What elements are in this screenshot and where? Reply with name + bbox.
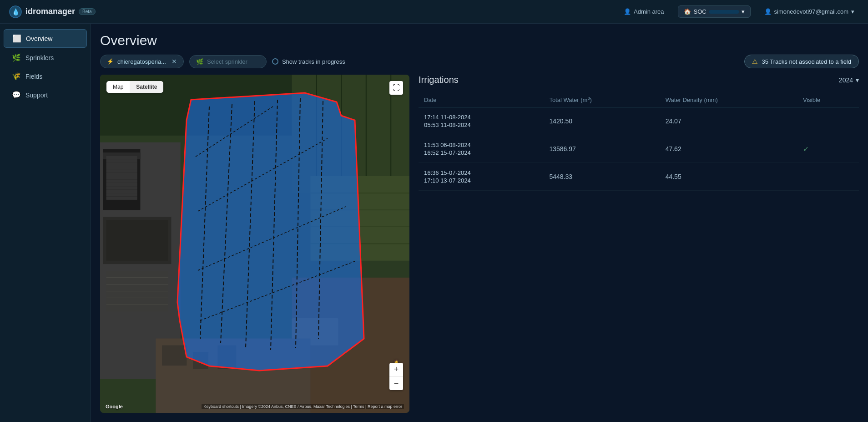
map-expand-button[interactable]: ⛶ [389,81,403,95]
irrigations-title: Irrigations [419,75,459,85]
sidebar-label-fields: Fields [25,73,42,80]
user-menu-button[interactable]: 👤 simonedevoti97@gmail.com ▾ [760,6,859,17]
soc-home-icon: 🏠 [684,8,691,15]
svg-rect-28 [106,183,137,186]
sidebar-item-sprinklers[interactable]: 🌿 Sprinklers [4,49,87,66]
irrigation-visible: ✓ [797,135,859,163]
svg-rect-34 [106,220,168,260]
satellite-view [100,75,409,413]
date-start: 17:14 11-08-2024 [424,114,538,121]
map-background: Map Satellite ⛶ 🧍 + − [100,75,409,413]
table-header-row: Date Total Water (m3) Water Density (mm)… [419,92,859,107]
irrigation-water-density: 44.55 [660,163,797,191]
toolbar: ⚡ chieregatosperia... ✕ 🌿 Select sprinkl… [100,55,859,68]
svg-rect-31 [106,193,137,196]
col-visible: Visible [797,92,859,107]
col-date: Date [419,92,544,107]
sidebar-label-support: Support [25,92,48,99]
svg-rect-25 [106,173,137,176]
date-range: 17:14 11-08-2024 05:53 11-08-2024 [424,114,538,128]
admin-label: Admin area [634,8,664,15]
map-view-satellite-button[interactable]: Satellite [130,81,163,93]
soc-dropdown[interactable]: 🏠 SOC ▾ [678,5,751,18]
user-icon: 👤 [764,8,772,15]
year-dropdown[interactable]: 2024 ▾ [839,76,859,84]
date-start: 16:36 15-07-2024 [424,169,538,176]
svg-rect-20 [106,156,137,159]
field-filter-icon: ⚡ [107,58,114,65]
year-dropdown-arrow: ▾ [856,76,859,84]
table-row: 17:14 11-08-2024 05:53 11-08-2024 1420.5… [419,107,859,135]
sidebar-item-support[interactable]: 💬 Support [4,86,87,104]
table-row: 16:36 15-07-2024 17:10 13-07-2024 5448.3… [419,163,859,191]
show-tracks-label: Show tracks in progress [282,58,345,65]
sprinkler-placeholder: Select sprinkler [207,58,247,65]
map-view-map-button[interactable]: Map [106,81,130,93]
nav-right: 👤 Admin area 🏠 SOC ▾ 👤 simonedevoti97@gm… [619,5,859,18]
overview-icon: ⬜ [12,34,21,43]
svg-rect-21 [106,159,137,163]
toggle-indicator [272,58,278,65]
soc-dropdown-arrow: ▾ [742,8,745,15]
irrigation-date-cell: 11:53 06-08-2024 16:52 15-07-2024 [419,135,544,163]
irrigations-header: Irrigations 2024 ▾ [419,75,859,85]
svg-rect-29 [106,186,137,189]
map-zoom-out-button[interactable]: − [389,376,403,390]
admin-area-button[interactable]: 👤 Admin area [619,6,668,17]
topnav: 💧 idromanager Beta 👤 Admin area 🏠 SOC ▾ … [0,0,868,24]
irrigations-table: Date Total Water (m3) Water Density (mm)… [419,92,859,191]
map-view-buttons: Map Satellite [106,81,163,93]
logo-icon: 💧 [9,5,22,18]
beta-badge: Beta [79,8,96,15]
user-email: simonedevoti97@gmail.com [774,8,849,15]
irrigations-panel: Irrigations 2024 ▾ Date Total Water (m3)… [419,75,859,413]
irrigation-date-cell: 17:14 11-08-2024 05:53 11-08-2024 [419,107,544,135]
soc-value-bar [709,10,739,14]
tracks-warning-button[interactable]: ⚠ 35 Tracks not associated to a field [744,55,859,68]
sprinklers-icon: 🌿 [12,53,21,62]
map-panel-row: Map Satellite ⛶ 🧍 + − [100,75,859,413]
svg-rect-26 [106,176,137,179]
sidebar-item-overview[interactable]: ⬜ Overview [4,29,87,48]
sidebar-item-fields[interactable]: 🌾 Fields [4,67,87,85]
svg-rect-27 [106,179,137,183]
col-water-density: Water Density (mm) [660,92,797,107]
irrigation-water-density: 47.62 [660,135,797,163]
sprinkler-select[interactable]: 🌿 Select sprinkler [189,55,267,68]
map-container[interactable]: Map Satellite ⛶ 🧍 + − [100,75,409,413]
main-layout: ⬜ Overview 🌿 Sprinklers 🌾 Fields 💬 Suppo… [0,24,868,422]
visible-checkmark: ✓ [803,145,809,153]
sidebar: ⬜ Overview 🌿 Sprinklers 🌾 Fields 💬 Suppo… [0,24,91,422]
warning-icon: ⚠ [752,58,758,65]
irrigation-total-water: 13586.97 [544,135,660,163]
year-label: 2024 [839,76,853,84]
svg-rect-24 [106,169,137,173]
svg-rect-30 [106,190,137,193]
map-zoom-controls: + − [389,363,403,390]
sidebar-label-sprinklers: Sprinklers [25,54,54,61]
svg-rect-42 [162,345,187,366]
col-total-water: Total Water (m3) [544,92,660,107]
google-logo: Google [106,404,123,409]
sidebar-label-overview: Overview [26,35,52,42]
table-row: 11:53 06-08-2024 16:52 15-07-2024 13586.… [419,135,859,163]
date-end: 17:10 13-07-2024 [424,177,538,184]
main-content: Overview ⚡ chieregatosperia... ✕ 🌿 Selec… [91,24,868,422]
irrigation-total-water: 5448.33 [544,163,660,191]
svg-rect-32 [106,196,137,199]
date-range: 16:36 15-07-2024 17:10 13-07-2024 [424,169,538,184]
support-icon: 💬 [12,91,21,99]
fields-icon: 🌾 [12,72,21,81]
user-dropdown-arrow: ▾ [851,8,854,15]
field-filter-close[interactable]: ✕ [172,58,177,65]
date-end: 05:53 11-08-2024 [424,122,538,128]
show-tracks-toggle[interactable]: Show tracks in progress [272,58,345,65]
date-end: 16:52 15-07-2024 [424,149,538,156]
tracks-warning-label: 35 Tracks not associated to a field [762,58,851,65]
field-filter-label: chieregatosperia... [117,58,166,65]
field-filter-chip[interactable]: ⚡ chieregatosperia... ✕ [100,55,184,68]
map-zoom-in-button[interactable]: + [389,363,403,376]
irrigation-date-cell: 16:36 15-07-2024 17:10 13-07-2024 [419,163,544,191]
irrigation-total-water: 1420.50 [544,107,660,135]
map-attribution: Keyboard shortcuts | Imagery ©2024 Airbu… [202,404,404,409]
